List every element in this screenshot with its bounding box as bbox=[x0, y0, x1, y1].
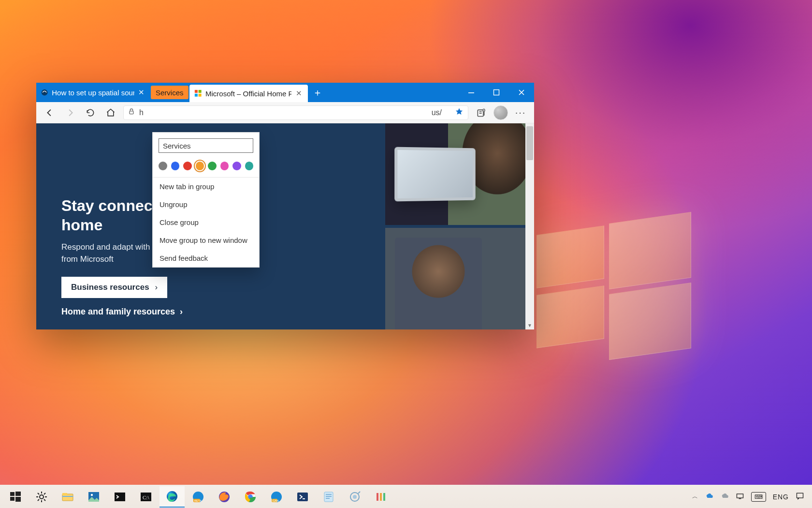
swatch-grey[interactable] bbox=[159, 162, 167, 170]
tab-group-context-menu: New tab in group Ungroup Close group Mov… bbox=[152, 132, 260, 268]
hero-title-line2: home bbox=[61, 216, 102, 234]
powershell-taskbar-icon[interactable] bbox=[290, 486, 315, 508]
swatch-red[interactable] bbox=[183, 162, 192, 170]
edge-canary-taskbar-icon[interactable]: CAN bbox=[264, 486, 289, 508]
vertical-scrollbar[interactable]: ▲ ▼ bbox=[525, 123, 534, 329]
swatch-orange[interactable] bbox=[196, 162, 204, 170]
photos-taskbar-icon[interactable] bbox=[81, 486, 106, 508]
onedrive-tray-icon[interactable] bbox=[705, 492, 713, 502]
hero-image-upper bbox=[385, 123, 525, 225]
edge-beta-taskbar-icon[interactable]: BETA bbox=[186, 486, 211, 508]
settings-more-button[interactable]: ··· bbox=[513, 105, 528, 120]
command-prompt-taskbar-icon[interactable] bbox=[107, 486, 132, 508]
firefox-taskbar-icon[interactable] bbox=[212, 486, 237, 508]
network-tray-icon[interactable] bbox=[736, 492, 744, 502]
svg-rect-16 bbox=[62, 493, 67, 495]
menu-close-group[interactable]: Close group bbox=[153, 213, 259, 231]
svg-rect-20 bbox=[115, 493, 125, 501]
tab-title: How to set up spatial sound with bbox=[52, 89, 134, 97]
svg-rect-3 bbox=[194, 94, 197, 97]
tab-group-chip-services[interactable]: Services bbox=[151, 86, 188, 99]
hero-image-column bbox=[385, 123, 525, 329]
minimize-button[interactable] bbox=[459, 83, 484, 102]
svg-rect-7 bbox=[130, 111, 133, 114]
svg-rect-34 bbox=[324, 492, 333, 502]
svg-rect-17 bbox=[62, 496, 73, 497]
collections-button[interactable] bbox=[473, 105, 489, 120]
svg-point-0 bbox=[42, 90, 48, 96]
bars-app-taskbar-icon[interactable] bbox=[368, 486, 393, 508]
close-button[interactable] bbox=[509, 83, 534, 102]
favorite-star-icon[interactable] bbox=[454, 107, 464, 119]
menu-new-tab-in-group[interactable]: New tab in group bbox=[153, 178, 259, 195]
scroll-thumb[interactable] bbox=[526, 126, 533, 160]
home-family-resources-link[interactable]: Home and family resources › bbox=[61, 307, 221, 317]
svg-text:C:\: C:\ bbox=[143, 494, 149, 500]
group-name-field-wrap bbox=[159, 138, 253, 153]
taskbar: C:\ BETA CAN ︿ bbox=[0, 485, 812, 508]
group-name-input[interactable] bbox=[159, 138, 253, 153]
swatch-pink[interactable] bbox=[220, 162, 229, 170]
keyboard-tray-icon[interactable]: ⌨ bbox=[751, 492, 766, 502]
svg-point-36 bbox=[353, 495, 357, 499]
file-explorer-taskbar-icon[interactable] bbox=[55, 486, 80, 508]
address-bar[interactable]: h us/ bbox=[123, 105, 468, 120]
action-center-icon[interactable] bbox=[796, 492, 804, 502]
home-button[interactable] bbox=[103, 105, 118, 120]
edge-taskbar-icon[interactable] bbox=[160, 486, 185, 508]
svg-rect-15 bbox=[62, 494, 73, 501]
tray-overflow-chevron-icon[interactable]: ︿ bbox=[692, 493, 698, 501]
svg-rect-11 bbox=[15, 492, 21, 496]
menu-ungroup[interactable]: Ungroup bbox=[153, 195, 259, 213]
chrome-taskbar-icon[interactable] bbox=[238, 486, 263, 508]
svg-rect-6 bbox=[494, 90, 499, 95]
tab-microsoft-home[interactable]: Microsoft – Official Home Page ✕ bbox=[189, 85, 308, 102]
svg-rect-5 bbox=[468, 92, 474, 93]
hero-image-lower bbox=[385, 228, 525, 329]
refresh-button[interactable] bbox=[83, 105, 98, 120]
swatch-purple[interactable] bbox=[232, 162, 241, 170]
terminal-taskbar-icon[interactable]: C:\ bbox=[133, 486, 159, 508]
tab-strip: How to set up spatial sound with ✕ Servi… bbox=[36, 83, 327, 102]
group-color-swatches bbox=[153, 158, 259, 177]
menu-move-group-to-new-window[interactable]: Move group to new window bbox=[153, 231, 259, 249]
desktop: How to set up spatial sound with ✕ Servi… bbox=[0, 0, 812, 508]
chevron-right-icon: › bbox=[155, 283, 158, 292]
maximize-button[interactable] bbox=[484, 83, 509, 102]
tab-close-icon[interactable]: ✕ bbox=[138, 88, 145, 97]
titlebar[interactable]: How to set up spatial sound with ✕ Servi… bbox=[36, 83, 534, 102]
back-button[interactable] bbox=[42, 105, 58, 120]
forward-button[interactable] bbox=[62, 105, 78, 120]
swatch-blue[interactable] bbox=[171, 162, 180, 170]
menu-send-feedback[interactable]: Send feedback bbox=[153, 249, 259, 267]
favicon-microsoft-icon bbox=[194, 89, 202, 98]
link-label: Home and family resources bbox=[61, 307, 175, 317]
svg-rect-38 bbox=[380, 493, 382, 501]
address-text-end: us/ bbox=[432, 108, 442, 117]
tab-close-icon[interactable]: ✕ bbox=[295, 89, 303, 98]
scroll-down-arrow-icon[interactable]: ▼ bbox=[525, 321, 534, 329]
onedrive-tray-icon-secondary[interactable] bbox=[720, 492, 729, 502]
start-button[interactable] bbox=[3, 486, 28, 508]
swatch-green[interactable] bbox=[208, 162, 217, 170]
cta-label: Business resources bbox=[71, 283, 149, 292]
svg-rect-41 bbox=[797, 493, 803, 498]
new-tab-button[interactable]: ＋ bbox=[308, 83, 327, 102]
notepad-taskbar-icon[interactable] bbox=[316, 486, 341, 508]
profile-avatar[interactable] bbox=[493, 105, 508, 120]
tab-group-chip-label: Services bbox=[156, 89, 184, 97]
svg-rect-13 bbox=[15, 497, 21, 502]
svg-rect-10 bbox=[10, 492, 14, 496]
business-resources-button[interactable]: Business resources › bbox=[61, 277, 167, 298]
edge-browser-window: How to set up spatial sound with ✕ Servi… bbox=[36, 83, 534, 329]
snip-taskbar-icon[interactable] bbox=[342, 486, 367, 508]
svg-rect-39 bbox=[383, 493, 385, 501]
swatch-teal[interactable] bbox=[245, 162, 254, 170]
tab-spatial-sound[interactable]: How to set up spatial sound with ✕ bbox=[36, 83, 150, 102]
svg-rect-2 bbox=[198, 90, 201, 93]
svg-rect-4 bbox=[198, 94, 201, 97]
svg-rect-12 bbox=[10, 497, 14, 501]
input-language-indicator[interactable]: ENG bbox=[773, 493, 789, 501]
window-controls bbox=[459, 83, 534, 102]
settings-taskbar-icon[interactable] bbox=[29, 486, 54, 508]
